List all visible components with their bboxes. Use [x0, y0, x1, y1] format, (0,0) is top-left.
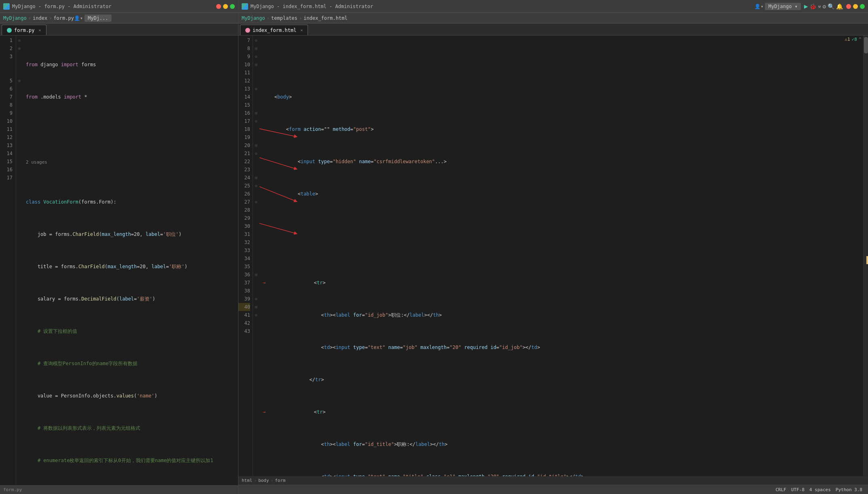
- html-icon: [245, 28, 250, 33]
- win-close-right[interactable]: [846, 4, 851, 9]
- user-icon-right[interactable]: 👤▾: [754, 4, 763, 9]
- scroll-indicator: [866, 256, 868, 264]
- right-line-16: </tr>: [263, 376, 863, 384]
- right-code-body[interactable]: <body> <form action="" method="post"> <i…: [259, 36, 863, 476]
- nav-sep1: ›: [28, 15, 31, 21]
- code-line-3: [26, 125, 238, 133]
- settings-btn[interactable]: ⚙: [823, 3, 826, 10]
- right-line-11: [263, 222, 863, 230]
- right-line-17: → <tr>: [263, 408, 863, 416]
- build-btn[interactable]: ⚒: [818, 4, 821, 9]
- right-line-18: <th><label for="id_title">职称:</label></t…: [263, 440, 863, 448]
- win-close-left[interactable]: [216, 4, 221, 9]
- svg-line-2: [259, 96, 296, 201]
- run-btn[interactable]: ▶: [804, 2, 808, 10]
- nav-formpy[interactable]: form.py: [53, 15, 74, 21]
- py-icon: [7, 28, 12, 33]
- tab-html-close[interactable]: ✕: [300, 28, 303, 32]
- arrow-17: →: [263, 408, 265, 416]
- code-line-5: class VocationForm(forms.Form):: [26, 198, 238, 206]
- left-code-body[interactable]: from django import forms from .models im…: [23, 36, 238, 485]
- code-line-6: job = forms.CharField(max_length=20, lab…: [26, 230, 238, 238]
- error-count: ⚠1: [845, 37, 850, 42]
- code-line-11: value = PersonInfo.objects.values('name'…: [26, 392, 238, 400]
- code-line-7: title = forms.CharField(max_length=20, l…: [26, 263, 238, 271]
- left-status-bar: form.py: [0, 485, 238, 494]
- right-line-13: → <tr>: [263, 279, 863, 287]
- left-pane: MyDjango - form.py - Administrator MyDja…: [0, 0, 238, 494]
- search-btn[interactable]: 🔍: [828, 3, 834, 10]
- breadcrumb-bar: html › body › form: [238, 476, 868, 485]
- debug-btn[interactable]: 🐞: [809, 3, 816, 10]
- code-line-12: # 将数据以列表形式表示，列表元素为元组格式: [26, 424, 238, 432]
- tab-html[interactable]: index_form.html ✕: [240, 25, 308, 35]
- warning-count: ✓8: [852, 37, 857, 42]
- mydjango-label-left[interactable]: MyDj...: [84, 15, 112, 22]
- right-nav-templates[interactable]: templates: [271, 15, 297, 21]
- right-pane: MyDjango - index_form.html - Administrat…: [238, 0, 868, 494]
- tab-formpy-close[interactable]: ✕: [39, 28, 41, 32]
- status-lang[interactable]: Python 3.8: [836, 487, 862, 492]
- right-nav-sep2: ›: [299, 15, 302, 21]
- win-max-left[interactable]: [230, 4, 235, 9]
- left-tab-bar: form.py ✕: [0, 23, 238, 36]
- nav-mydjango[interactable]: MyDjango: [3, 15, 27, 21]
- right-line-10: <table>: [263, 190, 863, 198]
- nav-sep2: ›: [49, 15, 52, 21]
- win-max-right[interactable]: [860, 4, 865, 9]
- tab-formpy[interactable]: form.py ✕: [2, 25, 46, 35]
- app-logo-right: [242, 3, 248, 10]
- win-min-right[interactable]: [853, 4, 858, 9]
- right-code-pane[interactable]: 7 8 9 10 11 12 13 14 15 16 17 18 19 20 2…: [238, 36, 868, 476]
- left-titlebar: MyDjango - form.py - Administrator: [0, 0, 238, 13]
- left-fold-gutter: ⊟ ⊟ ⊟: [16, 36, 23, 485]
- right-line-15: <td><input type="text" name="job" maxlen…: [263, 343, 863, 351]
- left-title: MyDjango - form.py - Administrator: [12, 4, 112, 9]
- code-line-4-usages: 2 usages: [26, 158, 238, 174]
- notifications-btn[interactable]: 🔔: [836, 3, 843, 10]
- left-nav-bar: MyDjango › index › form.py 👤▾ MyDj...: [0, 13, 238, 23]
- breadcrumb-form[interactable]: form: [275, 478, 286, 483]
- right-line-19: <td><input type="text" name="title" clas…: [263, 473, 863, 476]
- usages-text: 2 usages: [26, 158, 47, 166]
- nav-index[interactable]: index: [33, 15, 47, 21]
- right-line-8: <form action="" method="post">: [263, 125, 863, 133]
- status-crlf[interactable]: CRLF: [775, 487, 786, 492]
- right-nav-html[interactable]: index_form.html: [303, 15, 347, 21]
- code-line-8: salary = forms.DecimalField(label='薪资'): [26, 295, 238, 303]
- breadcrumb-html[interactable]: html: [242, 478, 253, 483]
- scrollbar-thumb[interactable]: [864, 37, 868, 53]
- mydjango-label-right[interactable]: MyDjango ▾: [765, 3, 801, 10]
- right-nav-mydjango[interactable]: MyDjango: [242, 15, 265, 21]
- right-titlebar: MyDjango - index_form.html - Administrat…: [238, 0, 868, 13]
- code-line-9: # 设置下拉框的值: [26, 327, 238, 335]
- left-editor-area: 1 2 3 5 6 7 8 9 10 11 12 13 14 15 16 17: [0, 36, 238, 485]
- right-editor-wrapper: ⚠1 ✓8 ⌃ 7 8 9 10 11 12 13 14 15 16: [238, 36, 868, 485]
- right-nav-bar: MyDjango › templates › index_form.html: [238, 13, 868, 23]
- right-scrollbar[interactable]: [863, 36, 868, 476]
- breadcrumb-body[interactable]: body: [258, 478, 269, 483]
- win-min-left[interactable]: [223, 4, 228, 9]
- right-nav-sep1: ›: [267, 15, 270, 21]
- right-title: MyDjango - index_form.html - Administrat…: [251, 4, 373, 9]
- right-tab-bar: index_form.html ✕: [238, 23, 868, 36]
- right-fold-gutter: ⊟ ⊟ ⊟ ⊟ ⊟ ⊟ ⊟ ⊟ ⊟ ⊟: [253, 36, 259, 476]
- main-container: MyDjango - form.py - Administrator MyDja…: [0, 0, 868, 494]
- code-line-13: # enumerate枚举返回的索引下标从0开始，我们需要name的值对应主键所…: [26, 456, 238, 465]
- user-icon-left[interactable]: 👤▾: [74, 15, 83, 21]
- status-encoding[interactable]: UTF-8: [791, 487, 805, 492]
- left-code-container[interactable]: 1 2 3 5 6 7 8 9 10 11 12 13 14 15 16 17: [0, 36, 238, 485]
- tab-formpy-label: form.py: [14, 27, 35, 33]
- code-line-10: # 查询模型PersonInfo的name字段所有数据: [26, 359, 238, 368]
- app-logo-left: [3, 3, 10, 10]
- code-line-1: from django import forms: [26, 61, 238, 69]
- warning-indicator: ⚠1 ✓8 ⌃: [845, 36, 862, 42]
- tab-html-label: index_form.html: [253, 27, 296, 33]
- right-line-12: [263, 246, 863, 254]
- right-line-numbers: 7 8 9 10 11 12 13 14 15 16 17 18 19 20 2…: [238, 36, 253, 476]
- arrow-13: →: [263, 279, 265, 287]
- left-line-numbers: 1 2 3 5 6 7 8 9 10 11 12 13 14 15 16 17: [0, 36, 16, 485]
- status-indent[interactable]: 4 spaces: [809, 487, 831, 492]
- right-line-14: <th><label for="id_job">职位:</label></th>: [263, 311, 863, 319]
- expand-btn[interactable]: ⌃: [859, 36, 862, 42]
